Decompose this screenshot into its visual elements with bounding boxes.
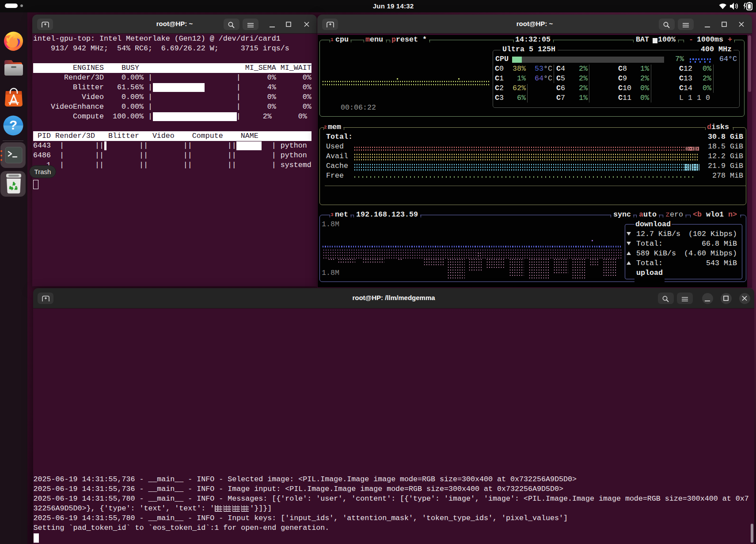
svg-text:?: ? [9, 118, 17, 132]
